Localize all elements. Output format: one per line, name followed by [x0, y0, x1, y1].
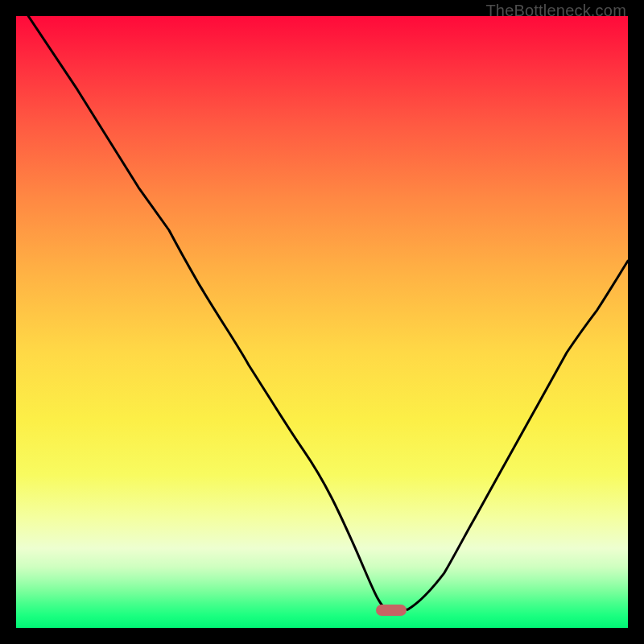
bottleneck-curve [16, 16, 628, 628]
optimal-marker [376, 605, 407, 616]
chart-frame: TheBottleneck.com [0, 0, 644, 644]
watermark-text: TheBottleneck.com [485, 2, 626, 20]
